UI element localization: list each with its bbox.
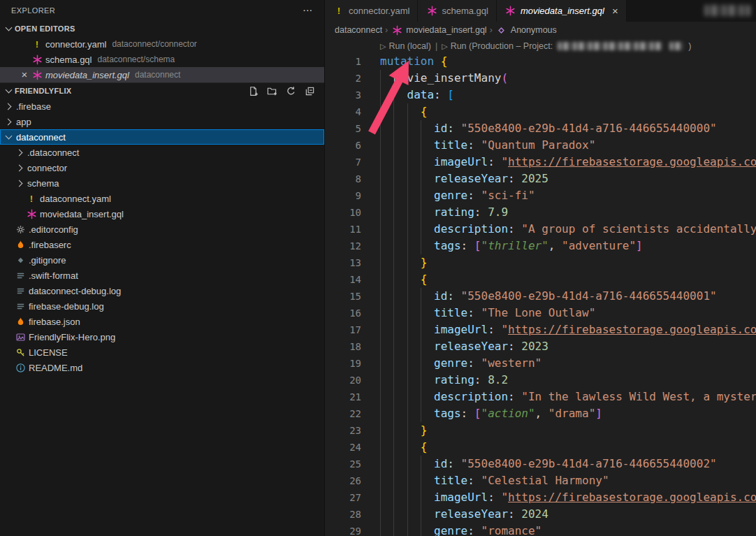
code-line-26[interactable]: 26title: "Celestial Harmony" — [325, 472, 756, 489]
indent-guide — [380, 405, 393, 422]
indent-guide — [380, 422, 393, 439]
code-line-27[interactable]: 27imageUrl: "https://firebasestorage.goo… — [325, 489, 756, 506]
code-line-5[interactable]: 5id: "550e8400-e29b-41d4-a716-4466554400… — [325, 120, 756, 137]
chevron-right-icon — [3, 104, 15, 109]
tree-item-schema[interactable]: schema — [0, 175, 324, 191]
tab-moviedata_insert.gql[interactable]: moviedata_insert.gql× — [497, 0, 627, 22]
tree-item-app[interactable]: app — [0, 114, 324, 129]
tab-connector.yaml[interactable]: !connector.yaml — [325, 0, 418, 22]
tree-item-.firebaserc[interactable]: .firebaserc — [0, 237, 324, 252]
run-local-link[interactable]: ▷ Run (local) — [380, 41, 431, 51]
code-line-23[interactable]: 23} — [325, 422, 756, 439]
close-icon[interactable]: × — [612, 6, 618, 17]
indent-guide — [421, 321, 434, 338]
code-line-7[interactable]: 7imageUrl: "https://firebasestorage.goog… — [325, 154, 756, 171]
code-line-15[interactable]: 15id: "550e8400-e29b-41d4-a716-446655440… — [325, 288, 756, 305]
indent-guide — [380, 372, 393, 389]
code-text: movie_insertMany( — [380, 70, 508, 87]
open-editor-moviedata_insert.gql[interactable]: ×moviedata_insert.gqldataconnect — [0, 67, 324, 82]
tree-item-connector[interactable]: connector — [0, 160, 324, 175]
open-editor-name: schema.gql — [45, 55, 92, 65]
tree-item-.dataconnect[interactable]: .dataconnect — [0, 145, 324, 160]
code-line-10[interactable]: 10rating: 7.9 — [325, 204, 756, 221]
code-text: id: "550e8400-e29b-41d4-a716-44665544000… — [380, 120, 717, 137]
tree-item-label: app — [16, 117, 31, 127]
indent-guide — [421, 288, 434, 305]
code-line-22[interactable]: 22tags: ["action", "drama"] — [325, 405, 756, 422]
file-tree: .firebaseappdataconnect.dataconnectconne… — [0, 99, 324, 375]
tree-item-moviedata_insert.gql[interactable]: moviedata_insert.gql — [0, 206, 324, 222]
tree-item-README.md[interactable]: README.md — [0, 360, 324, 375]
code-line-29[interactable]: 29genre: "romance" — [325, 523, 756, 536]
code-line-13[interactable]: 13} — [325, 254, 756, 271]
indent-guide — [380, 305, 393, 321]
info-icon — [14, 363, 27, 373]
tree-item-label: dataconnect-debug.log — [29, 286, 121, 296]
workspace-header[interactable]: FRIENDLYFLIX — [0, 82, 324, 99]
open-editors-header[interactable]: OPEN EDITORS — [0, 21, 324, 36]
indent-guide — [380, 221, 393, 238]
indent-guide — [393, 254, 407, 271]
code-line-11[interactable]: 11description: "A group of scientists ac… — [325, 221, 756, 238]
code-line-12[interactable]: 12tags: ["thriller", "adventure"] — [325, 238, 756, 254]
close-icon[interactable]: × — [18, 69, 31, 80]
code-line-9[interactable]: 9genre: "sci-fi" — [325, 187, 756, 204]
line-number: 26 — [325, 472, 361, 489]
more-actions-icon[interactable]: ··· — [303, 6, 313, 15]
flame-icon — [14, 317, 27, 327]
code-line-20[interactable]: 20rating: 8.2 — [325, 372, 756, 389]
indent-guide — [380, 187, 393, 204]
indent-guide — [393, 489, 407, 506]
indent-guide — [393, 221, 407, 238]
code-text: releaseYear: 2024 — [380, 506, 548, 523]
code-text: title: "Quantum Paradox" — [380, 137, 595, 154]
refresh-icon[interactable] — [284, 85, 297, 97]
tree-item-.gitignore[interactable]: .gitignore — [0, 252, 324, 268]
breadcrumb-item-Anonymous[interactable]: Anonymous — [495, 25, 557, 36]
code-line-14[interactable]: 14{ — [325, 271, 756, 288]
indent-guide — [421, 472, 434, 489]
tab-schema.gql[interactable]: schema.gql — [418, 0, 496, 22]
tree-item-LICENSE[interactable]: LICENSE — [0, 345, 324, 360]
play-icon: ▷ — [442, 41, 447, 51]
code-line-3[interactable]: 3data: [ — [325, 87, 756, 103]
code-line-6[interactable]: 6title: "Quantum Paradox" — [325, 137, 756, 154]
code-line-18[interactable]: 18releaseYear: 2023 — [325, 338, 756, 355]
code-line-28[interactable]: 28releaseYear: 2024 — [325, 506, 756, 523]
code-line-16[interactable]: 16title: "The Lone Outlaw" — [325, 305, 756, 321]
code-line-17[interactable]: 17imageUrl: "https://firebasestorage.goo… — [325, 321, 756, 338]
tree-item-dataconnect.yaml[interactable]: !dataconnect.yaml — [0, 191, 324, 206]
graphql-icon — [25, 209, 38, 219]
open-editor-connector.yaml[interactable]: !connector.yamldataconnect/connector — [0, 36, 324, 52]
tree-item-dataconnect-debug.log[interactable]: dataconnect-debug.log — [0, 283, 324, 298]
tree-item-firebase-debug.log[interactable]: firebase-debug.log — [0, 298, 324, 314]
indent-guide — [407, 523, 421, 536]
code-line-4[interactable]: 4{ — [325, 103, 756, 120]
code-line-8[interactable]: 8releaseYear: 2025 — [325, 171, 756, 187]
code-line-1[interactable]: 1mutation { — [325, 53, 756, 70]
open-editor-schema.gql[interactable]: schema.gqldataconnect/schema — [0, 52, 324, 67]
chevron-right-icon — [14, 150, 26, 155]
breadcrumb-item-moviedata_insert.gql[interactable]: moviedata_insert.gql — [391, 25, 486, 36]
new-file-icon[interactable] — [247, 85, 259, 97]
code-editor[interactable]: 1mutation {2movie_insertMany(3data: [4{5… — [325, 53, 756, 536]
code-line-19[interactable]: 19genre: "western" — [325, 355, 756, 372]
code-line-25[interactable]: 25id: "550e8400-e29b-41d4-a716-446655440… — [325, 456, 756, 472]
indent-guide — [393, 338, 407, 355]
new-folder-icon[interactable] — [266, 85, 278, 97]
breadcrumb-item-dataconnect[interactable]: dataconnect — [335, 25, 382, 35]
tree-item-.swift-format[interactable]: .swift-format — [0, 268, 324, 283]
code-line-24[interactable]: 24{ — [325, 439, 756, 456]
tree-item-FriendlyFlix-Hero.png[interactable]: FriendlyFlix-Hero.png — [0, 329, 324, 345]
run-production-link[interactable]: ▷ Run (Production – Project: ) — [442, 41, 691, 51]
tree-item-dataconnect[interactable]: dataconnect — [0, 129, 324, 145]
code-text: releaseYear: 2023 — [380, 338, 548, 355]
line-number: 11 — [325, 221, 361, 238]
tree-item-firebase.json[interactable]: firebase.json — [0, 314, 324, 329]
code-line-21[interactable]: 21description: "In the lawless Wild West… — [325, 389, 756, 405]
code-line-2[interactable]: 2movie_insertMany( — [325, 70, 756, 87]
indent-guide — [407, 472, 421, 489]
collapse-all-icon[interactable] — [303, 85, 316, 97]
tree-item-.firebase[interactable]: .firebase — [0, 99, 324, 114]
tree-item-.editorconfig[interactable]: .editorconfig — [0, 222, 324, 237]
